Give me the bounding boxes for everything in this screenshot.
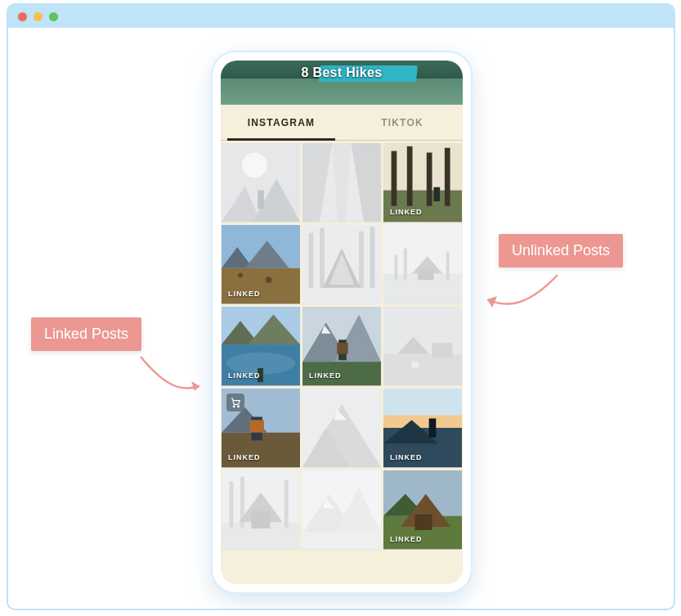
- svg-marker-77: [239, 492, 283, 522]
- camp-scene: [383, 307, 462, 385]
- linked-badge: LINKED: [228, 290, 261, 298]
- cabin-fog-scene: [383, 225, 462, 304]
- svg-marker-10: [332, 143, 351, 222]
- phone-frame: 8 Best Hikes INSTAGRAMTIKTOK LINKEDLINKE…: [213, 52, 471, 592]
- svg-marker-29: [323, 249, 361, 288]
- svg-rect-16: [445, 148, 450, 206]
- svg-rect-71: [429, 418, 437, 437]
- svg-point-61: [233, 406, 235, 407]
- svg-rect-15: [427, 153, 432, 206]
- browser-window: Linked Posts Unlinked Posts 8 Best Hikes…: [7, 3, 675, 610]
- svg-marker-81: [334, 488, 381, 533]
- svg-rect-6: [258, 191, 264, 209]
- post-cell[interactable]: [383, 307, 462, 386]
- post-cell[interactable]: [302, 389, 381, 468]
- svg-rect-7: [302, 143, 381, 222]
- svg-rect-78: [251, 511, 270, 528]
- svg-marker-4: [222, 187, 261, 222]
- svg-marker-0: [191, 381, 199, 391]
- svg-point-62: [238, 406, 240, 407]
- callout-unlinked-posts: Unlinked Posts: [499, 234, 623, 268]
- svg-marker-33: [394, 254, 397, 280]
- svg-rect-88: [414, 515, 432, 530]
- svg-rect-13: [392, 151, 397, 206]
- linked-badge: LINKED: [228, 371, 261, 380]
- svg-marker-36: [412, 256, 443, 273]
- post-cell[interactable]: [302, 143, 381, 223]
- phone-screen: 8 Best Hikes INSTAGRAMTIKTOK LINKEDLINKE…: [221, 61, 463, 584]
- sun-hiker-scene: [222, 143, 300, 222]
- arrow-unlinked-icon: [479, 270, 569, 327]
- post-cell[interactable]: LINKED: [222, 389, 300, 468]
- svg-rect-2: [222, 143, 300, 222]
- svg-rect-26: [320, 228, 325, 288]
- tab-tiktok[interactable]: TIKTOK: [342, 105, 463, 140]
- svg-rect-32: [383, 274, 462, 304]
- linked-badge: LINKED: [390, 453, 423, 461]
- canyon-scene: [302, 143, 381, 222]
- linked-badge: LINKED: [390, 535, 423, 543]
- svg-rect-17: [433, 187, 440, 201]
- post-cell[interactable]: [222, 470, 300, 550]
- svg-marker-8: [302, 143, 332, 222]
- svg-rect-24: [302, 225, 381, 304]
- svg-rect-74: [230, 481, 234, 528]
- svg-marker-66: [334, 409, 346, 420]
- svg-point-22: [238, 273, 243, 278]
- svg-rect-83: [302, 532, 381, 549]
- canvas: Linked Posts Unlinked Posts 8 Best Hikes…: [8, 28, 674, 609]
- post-cell[interactable]: [222, 143, 300, 223]
- svg-rect-19: [222, 268, 300, 304]
- tab-label: INSTAGRAM: [248, 117, 316, 128]
- callout-unlinked-label: Unlinked Posts: [512, 242, 610, 259]
- svg-marker-64: [302, 404, 381, 467]
- hero-title: 8 Best Hikes: [221, 61, 463, 105]
- svg-rect-72: [222, 470, 300, 549]
- svg-point-23: [266, 277, 272, 283]
- post-grid: LINKEDLINKEDLINKEDLINKEDLINKEDLINKEDLINK…: [221, 141, 463, 584]
- tab-label: TIKTOK: [381, 117, 423, 128]
- post-cell[interactable]: LINKED: [383, 143, 462, 223]
- svg-marker-9: [352, 143, 381, 222]
- svg-rect-31: [383, 225, 462, 304]
- post-cell[interactable]: [302, 225, 381, 304]
- ridge-scene: [302, 389, 381, 467]
- aframe-scene: [302, 225, 381, 304]
- svg-point-55: [411, 361, 419, 369]
- post-cell[interactable]: LINKED: [222, 307, 300, 386]
- svg-rect-51: [383, 307, 462, 385]
- post-cell[interactable]: [383, 225, 462, 304]
- post-cell[interactable]: LINKED: [302, 307, 381, 386]
- svg-point-3: [242, 153, 267, 178]
- svg-rect-28: [370, 227, 375, 288]
- snow-scene: [302, 470, 381, 549]
- svg-rect-73: [222, 522, 300, 549]
- post-cell[interactable]: LINKED: [383, 389, 462, 468]
- linked-badge: LINKED: [309, 371, 342, 380]
- svg-rect-79: [302, 470, 381, 549]
- cart-icon: [226, 393, 244, 411]
- post-cell[interactable]: [302, 470, 381, 550]
- arrow-linked-icon: [131, 352, 213, 409]
- svg-rect-60: [250, 420, 264, 432]
- post-cell[interactable]: LINKED: [383, 470, 462, 550]
- post-cell[interactable]: LINKED: [222, 225, 300, 304]
- tab-instagram[interactable]: INSTAGRAM: [221, 105, 342, 140]
- svg-marker-80: [302, 494, 356, 533]
- svg-marker-82: [323, 499, 334, 509]
- callout-linked-posts: Linked Posts: [31, 317, 141, 351]
- svg-rect-27: [359, 232, 364, 288]
- window-close-dot[interactable]: [18, 12, 27, 21]
- window-minimize-dot[interactable]: [34, 12, 43, 21]
- browser-titlebar: [8, 5, 674, 28]
- svg-rect-37: [418, 269, 433, 280]
- svg-rect-50: [337, 343, 347, 353]
- hero-banner: 8 Best Hikes: [221, 61, 463, 105]
- svg-rect-52: [383, 354, 462, 385]
- window-zoom-dot[interactable]: [49, 12, 58, 21]
- svg-marker-53: [397, 336, 428, 353]
- svg-rect-75: [240, 477, 244, 528]
- barn-scene: [222, 470, 300, 549]
- svg-marker-65: [302, 428, 350, 467]
- linked-badge: LINKED: [228, 453, 261, 461]
